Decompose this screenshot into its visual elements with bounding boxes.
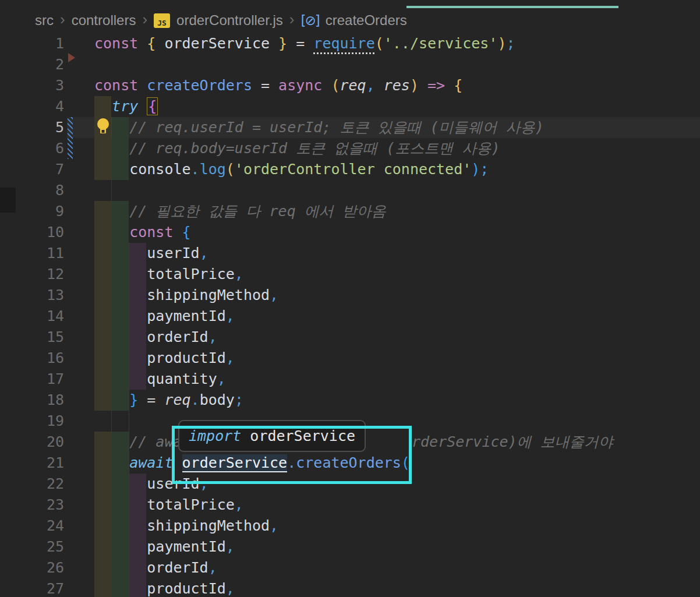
code-text: console.log('orderController connected')… — [94, 159, 489, 180]
line-number[interactable]: 2 — [0, 54, 64, 75]
javascript-file-icon: JS — [154, 13, 170, 28]
symbol-method-icon: [⊘] — [300, 13, 319, 28]
code-text: const { orderService } = require('../ser… — [94, 33, 515, 54]
code-text: const createOrders = async (req, res) =>… — [94, 75, 462, 96]
token-gold: ( — [226, 161, 235, 178]
token-op — [138, 35, 147, 52]
token-ctrl: await — [129, 454, 173, 471]
line-number[interactable]: 3 — [0, 75, 64, 96]
line-number[interactable]: 16 — [0, 348, 64, 369]
code-line[interactable]: 23 totalPrice, — [0, 494, 700, 515]
breadcrumb-item-controllers[interactable]: controllers — [72, 12, 136, 29]
token-pb: , — [226, 538, 235, 555]
line-number[interactable]: 4 — [0, 96, 64, 117]
code-line[interactable]: 15 orderId, — [0, 327, 700, 348]
token-gold: ) — [497, 35, 506, 52]
line-number[interactable]: 12 — [0, 264, 64, 285]
token-op — [445, 77, 454, 94]
line-number[interactable]: 19 — [0, 411, 64, 432]
chevron-right-icon: › — [60, 12, 65, 27]
line-number[interactable]: 14 — [0, 306, 64, 327]
line-number[interactable]: 5 — [0, 117, 64, 138]
token-id: quantity — [147, 370, 217, 387]
token-pb: ; — [480, 161, 489, 178]
line-number[interactable]: 17 — [0, 369, 64, 390]
code-text: orderId, — [94, 327, 217, 348]
token-str: 'orderController connected' — [235, 161, 471, 178]
code-line[interactable]: 8 — [0, 180, 700, 201]
line-number[interactable]: 1 — [0, 33, 64, 54]
code-line[interactable]: 9 // 필요한 값들 다 req 에서 받아옴 — [0, 201, 700, 222]
line-number[interactable]: 22 — [0, 474, 64, 494]
line-number[interactable]: 11 — [0, 243, 64, 264]
breadcrumb-item-src[interactable]: src — [35, 12, 54, 29]
breadcrumb: src › controllers › JS orderController.j… — [35, 10, 407, 30]
code-line[interactable]: 14 paymentId, — [0, 306, 700, 327]
token-gold: { — [147, 35, 155, 52]
token-pb: , — [208, 559, 217, 576]
line-number[interactable]: 18 — [0, 390, 64, 411]
code-line[interactable]: 6 // req.body=userId 토큰 없을때 (포스트맨 사용) — [0, 138, 700, 159]
breadcrumb-item-file[interactable]: orderController.js — [176, 12, 283, 29]
token-pb: , — [270, 287, 278, 303]
code-line[interactable]: 17 quantity, — [0, 369, 700, 390]
code-line[interactable]: 3const createOrders = async (req, res) =… — [0, 75, 700, 96]
code-line[interactable]: 11 userId, — [0, 243, 700, 264]
token-kw: => — [427, 77, 445, 94]
line-number[interactable]: 8 — [0, 180, 64, 201]
code-text: try { — [94, 96, 158, 117]
chevron-right-icon: › — [289, 12, 295, 27]
line-number[interactable]: 13 — [0, 285, 64, 306]
code-text: userId, — [94, 243, 208, 264]
code-line[interactable]: 25 paymentId, — [0, 536, 700, 557]
code-line[interactable]: 12 totalPrice, — [0, 264, 700, 285]
line-number[interactable]: 23 — [0, 494, 64, 515]
code-line[interactable]: 4 try { — [0, 96, 700, 117]
token-pb: . — [191, 161, 200, 178]
line-number[interactable]: 6 — [0, 138, 64, 159]
line-number[interactable]: 9 — [0, 201, 64, 222]
code-text: shippingMethod, — [94, 285, 278, 306]
code-line[interactable]: 1const { orderService } = require('../se… — [0, 33, 700, 54]
token-pinkbox: { — [147, 97, 158, 115]
token-req: require — [313, 35, 374, 52]
token-id: body — [200, 391, 235, 408]
token-id: userId — [147, 245, 199, 262]
code-line[interactable]: 18 } = req.body; — [0, 390, 700, 411]
line-number[interactable]: 10 — [0, 222, 64, 243]
code-text: // 필요한 값들 다 req 에서 받아옴 — [94, 201, 386, 222]
token-pb: ; — [506, 35, 515, 52]
token-kw: const — [94, 77, 147, 94]
code-text: shippingMethod, — [94, 515, 278, 536]
line-number[interactable]: 25 — [0, 536, 64, 557]
code-line[interactable]: 26 orderId, — [0, 557, 700, 578]
line-number[interactable]: 15 — [0, 327, 64, 348]
lightbulb-icon[interactable] — [96, 118, 111, 135]
token-cmt: // 필요한 값들 다 req 에서 받아옴 — [129, 203, 386, 220]
line-number[interactable]: 24 — [0, 515, 64, 536]
code-text: paymentId, — [94, 536, 235, 557]
token-id: paymentId — [147, 538, 225, 555]
line-number[interactable]: 7 — [0, 159, 64, 180]
breadcrumb-item-symbol[interactable]: createOrders — [326, 12, 407, 29]
code-line[interactable]: 10 const { — [0, 222, 700, 243]
code-text: const { — [94, 222, 191, 243]
code-line[interactable]: 16 productId, — [0, 348, 700, 369]
code-line[interactable]: 2 — [0, 54, 700, 75]
token-pb: , — [235, 496, 243, 513]
token-pb: , — [208, 328, 217, 345]
line-number[interactable]: 20 — [0, 432, 64, 453]
token-op — [138, 98, 147, 115]
token-op: = — [287, 35, 313, 52]
line-number[interactable]: 26 — [0, 557, 64, 578]
token-id: totalPrice — [147, 266, 235, 282]
code-line[interactable]: 13 shippingMethod, — [0, 285, 700, 306]
code-line[interactable]: 27 productId, — [0, 578, 700, 597]
line-number[interactable]: 21 — [0, 453, 64, 474]
code-text: productId, — [94, 348, 235, 369]
top-accent-line — [406, 6, 618, 8]
line-number[interactable]: 27 — [0, 578, 64, 597]
code-line[interactable]: 24 shippingMethod, — [0, 515, 700, 536]
token-id: totalPrice — [147, 496, 235, 513]
code-line[interactable]: 7 console.log('orderController connected… — [0, 159, 700, 180]
